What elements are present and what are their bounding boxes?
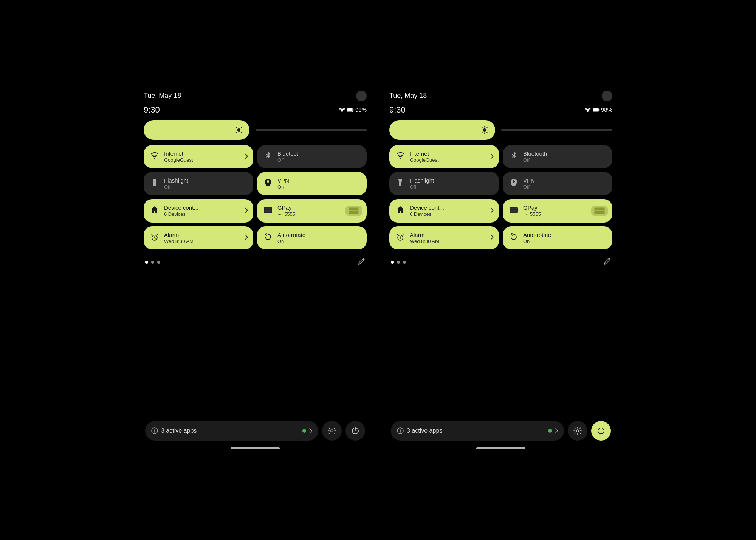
- brightness-row[interactable]: [144, 120, 367, 140]
- vpn-title: VPN: [277, 177, 289, 184]
- autorotate-subtitle: On: [277, 238, 305, 244]
- svg-rect-4: [153, 183, 156, 186]
- page-dot-0[interactable]: [391, 261, 394, 264]
- device-control-icon: [395, 206, 405, 215]
- status-icons: 98%: [339, 107, 367, 113]
- qs-tile-alarm[interactable]: Alarm Wed 8:30 AM: [389, 226, 499, 250]
- edit-button[interactable]: [603, 258, 611, 267]
- qs-tile-gpay[interactable]: GPay ···· 5555: [503, 199, 612, 223]
- status-bar: Tue, May 18: [144, 87, 367, 104]
- qs-tile-flashlight[interactable]: Flashlight Off: [144, 172, 253, 195]
- svg-rect-16: [593, 108, 598, 111]
- gpay-subtitle: ···· 5555: [523, 211, 541, 217]
- flashlight-subtitle: Off: [164, 184, 188, 190]
- flashlight-title: Flashlight: [410, 177, 434, 184]
- dots-row: [144, 255, 367, 270]
- device-control-text: Device cont... 6 Devices: [164, 204, 198, 217]
- page-dot-2[interactable]: [403, 261, 406, 264]
- vpn-icon: [263, 179, 273, 189]
- gpay-card-icon: [594, 207, 605, 214]
- svg-point-29: [576, 430, 579, 432]
- edit-button[interactable]: [358, 258, 365, 267]
- autorotate-icon: [263, 233, 273, 243]
- active-apps-text: 3 active apps: [407, 427, 545, 434]
- brightness-pill[interactable]: [389, 120, 495, 140]
- page-dot-1[interactable]: [397, 261, 400, 264]
- gpay-card: [591, 206, 608, 216]
- page-dot-1[interactable]: [151, 261, 154, 264]
- brightness-pill[interactable]: [144, 120, 249, 140]
- qs-tile-flashlight[interactable]: Flashlight Off: [389, 172, 499, 195]
- page-dot-0[interactable]: [145, 261, 148, 264]
- svg-rect-17: [598, 109, 599, 111]
- flashlight-text: Flashlight Off: [164, 177, 188, 190]
- active-apps-pill[interactable]: 3 active apps: [145, 421, 318, 441]
- brightness-row[interactable]: [389, 120, 612, 140]
- svg-rect-11: [349, 210, 358, 211]
- status-icons: 98%: [584, 107, 612, 113]
- autorotate-subtitle: On: [523, 238, 551, 244]
- apps-chevron: [555, 428, 558, 433]
- active-apps-pill[interactable]: 3 active apps: [391, 421, 564, 441]
- bottom-bar: 3 active apps: [389, 421, 612, 441]
- qs-tile-internet[interactable]: Internet GoogleGuest: [144, 145, 253, 169]
- internet-chevron: [245, 153, 248, 160]
- brightness-track[interactable]: [501, 129, 612, 131]
- vpn-title: VPN: [523, 177, 535, 184]
- settings-button[interactable]: [568, 421, 587, 441]
- info-icon: [151, 427, 158, 434]
- alarm-icon: [395, 233, 405, 243]
- qs-tile-gpay[interactable]: GPay ···· 5555: [257, 199, 367, 223]
- internet-text: Internet GoogleGuest: [410, 150, 439, 163]
- internet-text: Internet GoogleGuest: [164, 150, 193, 163]
- vpn-text: VPN On: [277, 177, 289, 190]
- battery-icon: [347, 107, 354, 113]
- page-dot-2[interactable]: [157, 261, 160, 264]
- qs-tile-device-control[interactable]: Device cont... 6 Devices: [144, 199, 253, 223]
- home-indicator: [476, 447, 525, 449]
- apps-chevron: [309, 428, 312, 433]
- status-time: 9:30: [144, 105, 160, 115]
- settings-button[interactable]: [322, 421, 342, 441]
- alarm-chevron: [491, 235, 494, 241]
- qs-tile-autorotate[interactable]: Auto-rotate On: [503, 226, 612, 250]
- flashlight-title: Flashlight: [164, 177, 188, 184]
- page-dots[interactable]: [145, 261, 160, 264]
- settings-icon: [328, 427, 336, 435]
- qs-tile-vpn[interactable]: VPN Off: [503, 172, 612, 195]
- flashlight-icon: [395, 179, 405, 189]
- qs-tile-vpn[interactable]: VPN On: [257, 172, 367, 195]
- device-control-subtitle: 6 Devices: [410, 211, 444, 217]
- gpay-card-icon: [349, 207, 359, 214]
- power-button[interactable]: [591, 421, 611, 441]
- device-control-title: Device cont...: [410, 204, 444, 211]
- home-indicator: [231, 447, 280, 449]
- qs-tile-bluetooth[interactable]: Bluetooth Off: [257, 145, 367, 169]
- svg-rect-1: [347, 108, 352, 111]
- vpn-subtitle: Off: [523, 184, 535, 190]
- battery-icon: [593, 107, 600, 113]
- brightness-track[interactable]: [256, 129, 367, 131]
- alarm-subtitle: Wed 8:30 AM: [164, 238, 194, 244]
- qs-tile-alarm[interactable]: Alarm Wed 8:30 AM: [144, 226, 253, 250]
- internet-icon: [150, 152, 160, 161]
- svg-point-3: [237, 128, 240, 132]
- internet-chevron: [491, 153, 494, 160]
- alarm-text: Alarm Wed 8:30 AM: [410, 232, 439, 244]
- bluetooth-text: Bluetooth Off: [523, 150, 547, 163]
- qs-tile-autorotate[interactable]: Auto-rotate On: [257, 226, 367, 250]
- bluetooth-title: Bluetooth: [523, 150, 547, 157]
- internet-subtitle: GoogleGuest: [164, 157, 193, 163]
- active-apps-text: 3 active apps: [161, 427, 299, 434]
- active-indicator: [548, 429, 552, 433]
- qs-tile-bluetooth[interactable]: Bluetooth Off: [503, 145, 612, 169]
- power-button[interactable]: [345, 421, 365, 441]
- internet-icon: [395, 152, 405, 161]
- internet-subtitle: GoogleGuest: [410, 157, 439, 163]
- vpn-subtitle: On: [277, 184, 289, 190]
- bluetooth-title: Bluetooth: [277, 150, 301, 157]
- qs-tile-internet[interactable]: Internet GoogleGuest: [389, 145, 499, 169]
- qs-tile-device-control[interactable]: Device cont... 6 Devices: [389, 199, 499, 223]
- internet-title: Internet: [164, 150, 193, 157]
- page-dots[interactable]: [391, 261, 406, 264]
